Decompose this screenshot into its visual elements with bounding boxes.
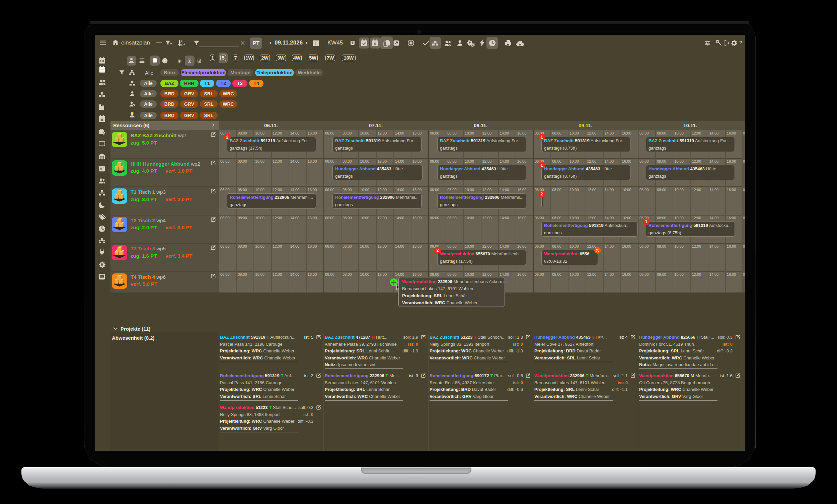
svg-text:?: ?	[739, 40, 742, 45]
svg-text:Z: Z	[180, 43, 182, 47]
svg-text:0: 0	[374, 42, 376, 46]
svg-text:!: !	[315, 41, 317, 46]
